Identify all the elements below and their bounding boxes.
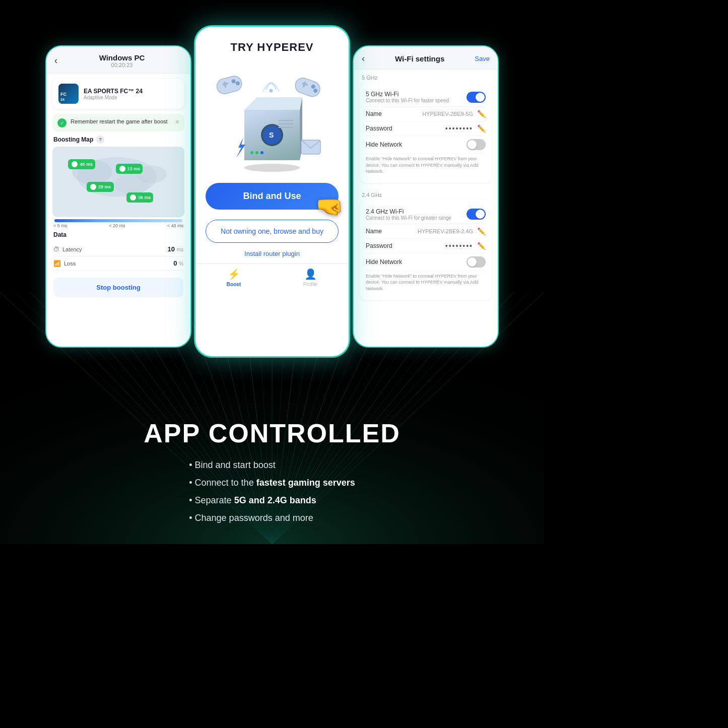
wifi-hide-label-24g: Hide Network — [366, 258, 402, 266]
wifi-5ghz-card: 5 GHz Wi-Fi Connect to this Wi-Fi for fa… — [360, 83, 492, 183]
main-title: APP CONTROLLED — [71, 418, 474, 448]
left-phone-subtitle: 00:20:23 — [61, 62, 182, 68]
wifi-name-value-24g: HYPEREV-2BE9-2.4G — [418, 228, 473, 234]
map-node-2: 13 ms — [116, 164, 143, 174]
wifi-title: Wi-Fi settings — [365, 54, 475, 63]
plugin-link[interactable]: Install router plugin — [195, 250, 349, 263]
data-section: Data ⏱ Latency 10 ms 📶 Loss 0 % — [46, 231, 190, 271]
wifi-hide-label-5g: Hide Network — [366, 141, 402, 148]
feature-item-2: • Connect to the fastest gaming servers — [189, 476, 355, 490]
feature-list: • Bind and start boost • Connect to the … — [189, 458, 355, 529]
nav-boost[interactable]: ⚡ Boost — [195, 268, 272, 287]
wifi-name-value-5g: HYPEREV-2BE9-5G — [422, 111, 473, 117]
center-phone: TRY HYPEREV — [194, 25, 350, 358]
wifi-5ghz-toggle-row: 5 GHz Wi-Fi Connect to this Wi-Fi for fa… — [366, 88, 486, 107]
profile-icon: 👤 — [304, 268, 317, 280]
wifi-password-label-24g: Password — [366, 242, 392, 249]
loss-value: 0 % — [173, 259, 183, 267]
stop-boosting-button[interactable]: Stop boosting — [53, 278, 183, 297]
svg-point-59 — [260, 151, 263, 154]
svg-marker-63 — [236, 138, 245, 158]
legend-bar — [54, 219, 182, 222]
svg-rect-60 — [278, 120, 293, 121]
game-name: EA SPORTS FC™ 24 — [84, 88, 143, 95]
cursor-hand-icon: 🤜 — [316, 193, 344, 220]
wifi-5ghz-name-row: Name HYPEREV-2BE9-5G ✏️ — [366, 107, 486, 121]
wifi-name-label-5g: Name — [366, 110, 382, 117]
wifi-24ghz-password-row: Password •••••••• ✏️ — [366, 239, 486, 253]
wifi-note-24g: Enable "Hide Network" to conceal HYPEREV… — [366, 271, 486, 295]
wifi-5ghz-subtitle: Connect to this Wi-Fi for faster speed — [366, 98, 449, 103]
svg-text:24: 24 — [60, 98, 64, 101]
browse-button[interactable]: Not owning one, browse and buy — [206, 220, 339, 243]
wifi-24ghz-hide-row: Hide Network — [366, 253, 486, 271]
router-illustration: S — [195, 62, 349, 183]
legend-labels: < 5 ms < 20 ms < 40 ms — [52, 223, 184, 228]
edit-icon-name-5g[interactable]: ✏️ — [477, 110, 486, 118]
section-24ghz-label: 2.4 GHz — [354, 187, 498, 200]
center-header: TRY HYPEREV — [195, 27, 349, 62]
check-icon — [57, 118, 67, 127]
wifi-password-label-5g: Password — [366, 125, 392, 132]
bottom-section: APP CONTROLLED • Bind and start boost • … — [71, 418, 474, 529]
notification-text: Remember restart the game after boost — [71, 118, 171, 125]
edit-icon-pwd-24g[interactable]: ✏️ — [477, 242, 486, 250]
save-button[interactable]: Save — [475, 55, 490, 62]
wifi-5ghz-toggle[interactable] — [467, 92, 486, 103]
wifi-hide-toggle-24g[interactable] — [467, 256, 486, 268]
notification-bar: Remember restart the game after boost × — [52, 114, 184, 131]
back-icon[interactable]: ‹ — [54, 55, 57, 66]
wifi-5ghz-hide-row: Hide Network — [366, 136, 486, 154]
section-5ghz-label: 5 GHz — [354, 70, 498, 83]
feature-item-4: • Change passwords and more — [189, 511, 355, 525]
left-phone-header-text: Windows PC 00:20:23 — [61, 53, 182, 68]
profile-label: Profile — [303, 282, 317, 287]
game-info: EA SPORTS FC™ 24 Adaptive Mode — [84, 88, 143, 100]
latency-value: 10 ms — [168, 245, 183, 253]
wifi-24ghz-card: 2.4 GHz Wi-Fi Connect to this Wi-Fi for … — [360, 200, 492, 300]
svg-text:S: S — [269, 131, 274, 139]
left-phone-title: Windows PC — [61, 53, 182, 62]
nav-profile[interactable]: 👤 Profile — [272, 268, 349, 287]
right-phone: ‹ Wi-Fi settings Save 5 GHz 5 GHz Wi-Fi … — [353, 45, 499, 348]
svg-point-70 — [270, 90, 273, 92]
legend-container: < 5 ms < 20 ms < 40 ms — [52, 219, 184, 228]
legend-label-3: < 40 ms — [167, 223, 183, 228]
wifi-24ghz-name-row: Name HYPEREV-2BE9-2.4G ✏️ — [366, 224, 486, 239]
map-node-4: 36 ms — [126, 192, 154, 203]
close-icon[interactable]: × — [175, 118, 179, 126]
wifi-5ghz-password-row: Password •••••••• ✏️ — [366, 121, 486, 136]
bottom-nav: ⚡ Boost 👤 Profile — [195, 263, 349, 289]
left-phone-header: ‹ Windows PC 00:20:23 — [46, 46, 190, 74]
wifi-password-value-24g: •••••••• — [445, 242, 473, 250]
game-icon: FC 24 — [58, 84, 79, 104]
boosting-map-title: Boosting Map ? — [46, 136, 190, 147]
feature-item-3: • Separate 5G and 2.4G bands — [189, 494, 355, 507]
wifi-24ghz-title: 2.4 GHz Wi-Fi — [366, 208, 451, 215]
boosting-map: 40 ms 13 ms 20 ms 36 ms — [52, 147, 184, 217]
latency-label: Latency — [62, 246, 82, 252]
bind-button-container: Bind and Use 🤜 — [206, 183, 339, 210]
feature-item-1: • Bind and start boost — [189, 458, 355, 472]
edit-icon-name-24g[interactable]: ✏️ — [477, 227, 486, 235]
latency-icon: ⏱ — [53, 246, 59, 253]
wifi-note-5g: Enable "Hide Network" to conceal HYPEREV… — [366, 154, 486, 178]
edit-icon-pwd-5g[interactable]: ✏️ — [477, 124, 486, 133]
loss-label: Loss — [64, 260, 76, 267]
svg-rect-48 — [215, 75, 243, 96]
map-node-1: 40 ms — [68, 159, 95, 169]
data-title: Data — [53, 231, 183, 238]
wifi-hide-toggle-5g[interactable] — [467, 139, 486, 150]
wifi-24ghz-toggle-row: 2.4 GHz Wi-Fi Connect to this Wi-Fi for … — [366, 205, 486, 224]
help-badge[interactable]: ? — [96, 136, 104, 144]
game-card[interactable]: FC 24 EA SPORTS FC™ 24 Adaptive Mode — [52, 79, 184, 109]
svg-point-57 — [250, 151, 253, 154]
left-phone: ‹ Windows PC 00:20:23 FC 24 — [45, 45, 191, 348]
boost-icon: ⚡ — [228, 268, 240, 280]
wifi-24ghz-toggle[interactable] — [467, 209, 486, 220]
phones-container: ‹ Windows PC 00:20:23 FC 24 — [45, 25, 499, 368]
legend-label-1: < 5 ms — [53, 223, 67, 228]
wifi-24ghz-subtitle: Connect to this Wi-Fi for greater range — [366, 215, 451, 221]
svg-rect-65 — [293, 76, 322, 99]
game-mode: Adaptive Mode — [84, 95, 143, 100]
